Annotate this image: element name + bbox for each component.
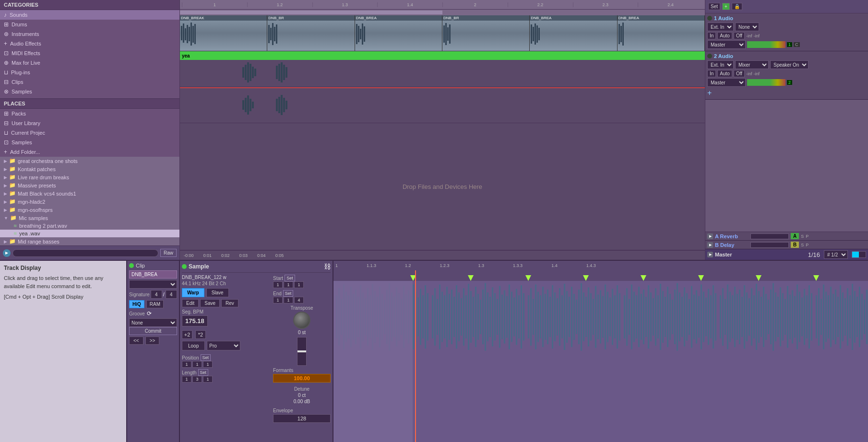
warp-marker-7[interactable] — [756, 275, 761, 281]
sig-top-input[interactable] — [151, 290, 162, 299]
folder-mgn-osof[interactable]: ▶ 📁 mgn-osofhsprs — [0, 206, 179, 214]
return-b-vol[interactable] — [750, 242, 789, 248]
track-2-master-select[interactable]: Master — [707, 78, 746, 87]
track-1-volume-bar[interactable] — [747, 41, 785, 48]
track-2-add-btn[interactable]: + — [707, 89, 712, 97]
pos-box-3[interactable] — [203, 361, 213, 368]
sidebar-item-user-library[interactable]: ⊟ User Library — [0, 118, 179, 128]
track-1-in-btn[interactable]: In — [707, 32, 716, 39]
position-set-button[interactable]: Set — [201, 354, 211, 361]
sidebar-item-plugins[interactable]: ⊔ Plug-ins — [0, 68, 179, 77]
track-1-input-select[interactable]: Ext. In — [707, 23, 734, 31]
end-set-button[interactable]: Set — [283, 290, 294, 297]
pitch-slider[interactable] — [297, 337, 307, 366]
loop-button[interactable]: Loop — [182, 341, 205, 350]
track-1-auto-btn[interactable]: Auto — [717, 32, 732, 39]
back-button[interactable]: << — [129, 337, 143, 345]
rev-button[interactable]: Rev — [221, 299, 238, 307]
sidebar-item-samples-place[interactable]: ⊡ Samples — [0, 138, 179, 147]
folder-matt-black[interactable]: ▶ 📁 Matt Black vcs4 sounds1 — [0, 189, 179, 198]
end-box-3[interactable] — [294, 297, 304, 303]
end-box-2[interactable] — [284, 297, 293, 303]
preview-icon[interactable]: ▶ — [3, 249, 11, 257]
green-yea-clip[interactable]: yea — [180, 51, 705, 60]
warp-button[interactable]: Warp — [182, 288, 204, 297]
track-1-led[interactable] — [707, 16, 712, 21]
pos-box-1[interactable] — [182, 361, 191, 368]
edit-button[interactable]: Edit — [182, 299, 199, 307]
folder-massive[interactable]: ▶ 📁 Massive presets — [0, 181, 179, 189]
dnb-clip-6[interactable]: DNB_BREA — [618, 15, 705, 51]
master-fraction-select[interactable]: # 1/2 — [824, 250, 848, 259]
file-yea-wav[interactable]: ≋ yea .wav — [0, 230, 179, 237]
start-box-3[interactable] — [294, 281, 304, 288]
clip-dropdown[interactable] — [129, 280, 177, 289]
track-2-led[interactable] — [707, 54, 712, 58]
track-2-volume-bar[interactable] — [747, 79, 785, 86]
track-2-in-btn[interactable]: In — [707, 70, 716, 77]
warp-marker-8[interactable] — [813, 275, 819, 281]
track-2-speaker-select[interactable]: Speaker On — [770, 60, 809, 69]
pro-dropdown[interactable]: Pro — [207, 341, 240, 350]
track-1-master-select[interactable]: Master — [707, 40, 746, 49]
track-2-auto-btn[interactable]: Auto — [717, 70, 732, 77]
len-box-2[interactable] — [192, 376, 202, 383]
dnb-clip-4[interactable]: DNB_BR — [442, 15, 530, 51]
chain-icon[interactable]: ⛓ — [324, 263, 331, 270]
start-box-2[interactable] — [284, 281, 293, 288]
folder-kontakt[interactable]: ▶ 📁 Kontakt patches — [0, 165, 179, 173]
sidebar-item-clips[interactable]: ⊟ Clips — [0, 77, 179, 87]
mult2-button[interactable]: *2 — [195, 330, 206, 339]
raw-button[interactable]: Raw — [160, 249, 177, 257]
folder-great-orchestra[interactable]: ▶ 📁 great orchestra one shots — [0, 157, 179, 165]
dnb-clip-3[interactable]: DNB_BREA — [355, 15, 442, 51]
sidebar-item-samples[interactable]: ⊗ Samples — [0, 87, 179, 96]
track-2-input-select[interactable]: Ext. In — [707, 60, 734, 69]
sidebar-item-audio-effects[interactable]: + Audio Effects — [0, 39, 179, 48]
slave-button[interactable]: Slave — [206, 288, 229, 297]
track-2-channel-select[interactable]: Mixer — [735, 60, 769, 69]
lock-button[interactable]: 🔒 — [732, 3, 742, 10]
length-set-button[interactable]: Set — [198, 369, 209, 376]
warp-marker-4[interactable] — [583, 275, 589, 281]
dnb-clip-1[interactable]: DNB_BREAK — [180, 15, 267, 51]
none-dropdown[interactable]: None — [129, 318, 177, 327]
master-vol-bar[interactable] — [852, 252, 859, 257]
start-box-1[interactable] — [273, 281, 283, 288]
clip-waveform-bg[interactable] — [333, 281, 868, 442]
hiq-button[interactable]: HiQ — [129, 300, 144, 308]
track-2-name[interactable]: 2 Audio — [714, 53, 733, 59]
warp-marker-1[interactable] — [410, 275, 416, 281]
forward-button[interactable]: >> — [145, 337, 160, 345]
loop-region[interactable] — [180, 11, 442, 14]
sidebar-item-current-project[interactable]: ⊔ Current Projec — [0, 128, 179, 138]
sample-led[interactable] — [182, 264, 187, 269]
clip-name-field[interactable] — [129, 270, 177, 279]
folder-mgn-hladc2[interactable]: ▶ 📁 mgn-hladc2 — [0, 198, 179, 206]
folder-live-rare[interactable]: ▶ 📁 Live rare drum breaks — [0, 173, 179, 181]
folder-mid-range[interactable]: ▶ 📁 Mid range basses — [0, 237, 179, 245]
pos-box-2[interactable] — [192, 361, 202, 368]
track-2-off-btn[interactable]: Off — [734, 70, 745, 77]
warp-marker-2[interactable] — [468, 275, 474, 281]
plus2-button[interactable]: +2 — [182, 330, 192, 339]
return-b-play[interactable]: ▶ — [707, 242, 713, 248]
return-a-vol[interactable] — [750, 233, 789, 239]
warp-marker-5[interactable] — [641, 275, 646, 281]
file-breathing[interactable]: ≋ breathing 2 part.wav — [0, 222, 179, 230]
add-button[interactable]: + — [722, 3, 730, 10]
sidebar-item-packs[interactable]: ⊞ Packs — [0, 109, 179, 118]
dnb-clip-2[interactable]: DNB_BR — [267, 15, 355, 51]
sidebar-item-sounds[interactable]: ♪ Sounds — [0, 10, 179, 20]
sidebar-item-drums[interactable]: ⊞ Drums — [0, 20, 179, 29]
end-box-1[interactable] — [273, 297, 283, 303]
warp-marker-6[interactable] — [698, 275, 704, 281]
return-a-play[interactable]: ▶ — [707, 233, 713, 239]
track-1-channel-select[interactable]: None — [735, 23, 759, 31]
warp-marker-3[interactable] — [525, 275, 531, 281]
track-1-name[interactable]: 1 Audio — [714, 15, 733, 21]
sidebar-item-add-folder[interactable]: + Add Folder... — [0, 147, 179, 157]
sidebar-item-max-for-live[interactable]: ⊕ Max for Live — [0, 58, 179, 68]
sig-bottom-input[interactable] — [166, 290, 177, 299]
start-set-button[interactable]: Set — [285, 275, 295, 281]
